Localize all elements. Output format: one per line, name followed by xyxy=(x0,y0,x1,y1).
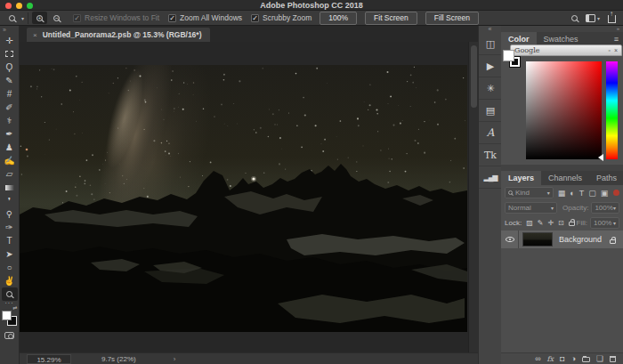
vertical-scrollbar[interactable] xyxy=(468,42,478,352)
new-layer-icon[interactable]: ❏ xyxy=(596,354,603,363)
zoom-buttons: 100%Fit ScreenFill Screen xyxy=(312,12,479,25)
filter-adjustment-icon[interactable]: ◐ xyxy=(570,189,574,198)
color-group-header[interactable]: » xyxy=(501,26,623,32)
path-selection-tool[interactable]: ➤ xyxy=(2,247,18,261)
gradient-tool[interactable] xyxy=(2,181,18,194)
document-image[interactable] xyxy=(20,65,467,332)
fill-screen-button[interactable]: Fill Screen xyxy=(425,12,479,25)
filter-image-icon[interactable]: ▦ xyxy=(558,189,566,198)
zoom-out-button[interactable] xyxy=(49,12,64,24)
marquee-tool-icon xyxy=(5,51,13,57)
checkbox-icon: ✓ xyxy=(73,14,81,22)
close-tab-icon[interactable]: × xyxy=(33,31,37,39)
shape-tool[interactable]: ○ xyxy=(2,261,18,274)
histogram-panel-icon[interactable]: ▂▄▆ xyxy=(479,166,502,189)
filter-kind-dropdown[interactable]: Kind ▾ xyxy=(505,187,554,198)
new-group-icon[interactable] xyxy=(582,357,590,362)
clone-stamp-tool[interactable]: ♟ xyxy=(2,141,18,154)
lock-icons: ▨✎✛⊡ xyxy=(522,219,575,227)
zoom-in-button[interactable] xyxy=(32,12,47,24)
google-floating-window[interactable]: Google ▫ × xyxy=(510,44,622,56)
fill-dropdown[interactable]: 100% ▾ xyxy=(590,217,619,229)
foreground-color-swatch[interactable] xyxy=(2,311,12,320)
filter-smartobject-icon[interactable]: ▣ xyxy=(601,189,609,198)
close-icon[interactable]: × xyxy=(614,45,618,55)
document-tab[interactable]: × Untitled_Panorama2.psb @ 15.3% (RGB/16… xyxy=(27,28,210,42)
quick-selection-tool[interactable]: ✎ xyxy=(2,74,18,87)
status-options-icon[interactable]: › xyxy=(174,355,176,363)
workspace-switcher[interactable]: ▾ xyxy=(586,14,600,22)
opacity-dropdown[interactable]: 100% ▾ xyxy=(591,202,619,214)
lock-transparency-icon[interactable]: ▨ xyxy=(526,219,533,227)
character-panel-icon[interactable]: A xyxy=(479,122,502,144)
lock-all-icon[interactable] xyxy=(569,222,575,226)
layer-effects-icon[interactable]: fx xyxy=(547,355,554,363)
eraser-tool[interactable]: ▱ xyxy=(2,167,18,181)
layer-visibility-toggle[interactable] xyxy=(501,231,519,248)
layer-mask-icon[interactable]: ◘ xyxy=(560,354,564,363)
lock-position-icon[interactable]: ✛ xyxy=(547,219,554,227)
fill-value: 100% xyxy=(594,219,611,227)
lasso-tool[interactable]: Ϙ xyxy=(2,61,18,74)
adjustments-panel-icon[interactable]: ✳ xyxy=(479,77,502,100)
dock-expand-icon[interactable]: « xyxy=(479,26,501,33)
filter-type-icon[interactable]: T xyxy=(579,189,585,198)
toolbar-collapse-icon[interactable]: » xyxy=(0,26,6,34)
blend-mode-dropdown[interactable]: Normal ▾ xyxy=(505,202,557,214)
checkbox-scrubby-zoom[interactable]: ✓Scrubby Zoom xyxy=(251,13,312,22)
search-icon[interactable] xyxy=(571,15,578,21)
healing-brush-tool[interactable]: ⚕ xyxy=(2,114,18,127)
adjustment-layer-icon[interactable]: ◑ xyxy=(570,354,575,363)
layer-thumbnail[interactable] xyxy=(522,232,553,247)
type-tool[interactable]: T xyxy=(2,234,18,247)
tab-layers[interactable]: Layers xyxy=(501,171,541,185)
styles-panel-icon[interactable]: ▤ xyxy=(479,100,502,122)
dodge-tool[interactable]: ⚲ xyxy=(2,207,18,221)
layer-filter-row: Kind ▾ ▦◐T▢▣ xyxy=(501,185,623,200)
tool-options-bar: ▾ ✓Resize Windows to Fit✓Zoom All Window… xyxy=(0,11,623,26)
zoom-tool[interactable] xyxy=(2,287,18,301)
typekit-panel-icon[interactable]: Tk xyxy=(479,144,502,166)
eyedropper-tool[interactable]: ✐ xyxy=(2,101,18,114)
tab-channels[interactable]: Channels xyxy=(541,171,589,185)
fit-screen-button[interactable]: Fit Screen xyxy=(365,12,417,25)
history-brush-tool[interactable]: ✍ xyxy=(2,154,18,167)
brush-tool-icon: ✒ xyxy=(5,127,12,141)
chevron-down-icon[interactable]: ▾ xyxy=(21,15,24,21)
zoom-tool-preset[interactable] xyxy=(4,12,20,24)
link-layers-icon[interactable]: ∞ xyxy=(535,354,540,363)
hue-slider-pointer[interactable] xyxy=(598,154,603,161)
crop-tool[interactable]: # xyxy=(2,87,18,101)
actions-panel-icon[interactable]: ▶ xyxy=(479,55,502,77)
checkbox-zoom-all-windows[interactable]: ✓Zoom All Windows xyxy=(168,13,242,22)
lock-artboard-icon[interactable]: ⊡ xyxy=(558,219,564,227)
tab-paths[interactable]: Paths xyxy=(589,171,623,185)
foreground-color-swatch[interactable] xyxy=(503,50,514,61)
share-icon[interactable] xyxy=(608,15,616,23)
lock-pixels-icon[interactable]: ✎ xyxy=(538,219,544,227)
chevron-down-icon: ▾ xyxy=(613,205,616,211)
pen-tool[interactable]: ✑ xyxy=(2,221,18,234)
move-tool[interactable]: ✛ xyxy=(2,34,18,47)
layers-group-header[interactable] xyxy=(501,165,623,171)
history-panel-icon[interactable]: ◫ xyxy=(479,33,502,55)
brush-tool[interactable]: ✒ xyxy=(2,127,18,141)
filter-toggle[interactable] xyxy=(613,190,619,196)
filter-shape-icon[interactable]: ▢ xyxy=(588,189,596,198)
blur-tool[interactable]: ❜ xyxy=(2,194,18,207)
filter-icons: ▦◐T▢▣ xyxy=(554,189,608,198)
saturation-brightness-field[interactable] xyxy=(526,61,602,159)
hue-slider[interactable] xyxy=(606,61,618,159)
swap-colors-icon[interactable]: ⇄ xyxy=(12,304,17,311)
scrollbar-thumb[interactable] xyxy=(471,45,477,108)
100--button[interactable]: 100% xyxy=(320,12,357,25)
minimize-icon[interactable]: ▫ xyxy=(608,45,610,55)
quick-mask-icon[interactable] xyxy=(4,332,14,339)
delete-layer-icon[interactable] xyxy=(610,356,616,362)
zoom-level-field[interactable]: 15.29% xyxy=(27,354,71,364)
hand-tool[interactable]: ✌ xyxy=(2,274,18,287)
layer-list: Background xyxy=(501,231,623,352)
layer-row-background[interactable]: Background xyxy=(501,231,623,248)
marquee-tool[interactable] xyxy=(2,47,18,61)
canvas-area[interactable] xyxy=(20,42,468,352)
